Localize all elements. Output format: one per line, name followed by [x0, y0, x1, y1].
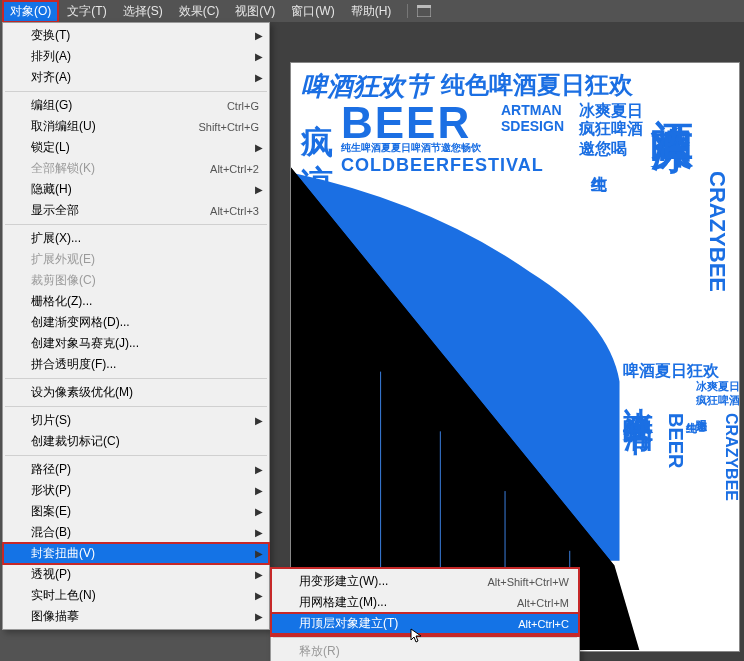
menu-item-label: 全部解锁(K) — [31, 160, 210, 177]
menu-item-label: 切片(S) — [31, 412, 259, 429]
object-menu-item-7: 全部解锁(K)Alt+Ctrl+2 — [3, 158, 269, 179]
object-menu-item-13: 裁剪图像(C) — [3, 270, 269, 291]
object-menu-item-21[interactable]: 切片(S)▶ — [3, 410, 269, 431]
menu-item-label: 透视(P) — [31, 566, 259, 583]
submenu-arrow-icon: ▶ — [255, 464, 263, 475]
object-menu-item-15[interactable]: 创建渐变网格(D)... — [3, 312, 269, 333]
object-menu-item-9[interactable]: 显示全部Alt+Ctrl+3 — [3, 200, 269, 221]
menu-item-label: 路径(P) — [31, 461, 259, 478]
menu-item-label: 形状(P) — [31, 482, 259, 499]
object-menu-item-31[interactable]: 图像描摹▶ — [3, 606, 269, 627]
object-menu-item-0[interactable]: 变换(T)▶ — [3, 25, 269, 46]
menubar-separator — [407, 4, 408, 18]
object-menu-item-6[interactable]: 锁定(L)▶ — [3, 137, 269, 158]
menu-separator — [5, 378, 267, 379]
menu-item-label: 混合(B) — [31, 524, 259, 541]
menu-item-label: 扩展(X)... — [31, 230, 259, 247]
object-menu-item-24[interactable]: 路径(P)▶ — [3, 459, 269, 480]
submenu-arrow-icon: ▶ — [255, 548, 263, 559]
menu-item-label: 裁剪图像(C) — [31, 272, 259, 289]
menu-item-label: 用网格建立(M)... — [299, 594, 517, 611]
submenu-arrow-icon: ▶ — [255, 485, 263, 496]
menu-help[interactable]: 帮助(H) — [343, 0, 400, 23]
submenu-arrow-icon: ▶ — [255, 590, 263, 601]
menu-separator — [5, 406, 267, 407]
object-menu-item-16[interactable]: 创建对象马赛克(J)... — [3, 333, 269, 354]
submenu-arrow-icon: ▶ — [255, 184, 263, 195]
menu-item-label: 栅格化(Z)... — [31, 293, 259, 310]
menu-item-label: 设为像素级优化(M) — [31, 384, 259, 401]
submenu-arrow-icon: ▶ — [255, 415, 263, 426]
submenu-arrow-icon: ▶ — [255, 51, 263, 62]
menu-item-label: 用顶层对象建立(T) — [299, 615, 518, 632]
menu-item-label: 图像描摹 — [31, 608, 259, 625]
mouse-cursor — [410, 628, 426, 644]
object-menu-item-29[interactable]: 透视(P)▶ — [3, 564, 269, 585]
submenu-arrow-icon: ▶ — [255, 506, 263, 517]
object-menu-item-17[interactable]: 拼合透明度(F)... — [3, 354, 269, 375]
object-menu-item-26[interactable]: 图案(E)▶ — [3, 501, 269, 522]
object-menu-item-5[interactable]: 取消编组(U)Shift+Ctrl+G — [3, 116, 269, 137]
menu-type[interactable]: 文字(T) — [59, 0, 114, 23]
object-menu-item-12: 扩展外观(E) — [3, 249, 269, 270]
menu-view[interactable]: 视图(V) — [227, 0, 283, 23]
menu-item-shortcut: Ctrl+G — [227, 100, 259, 112]
svg-rect-5 — [417, 5, 431, 8]
guides — [291, 63, 739, 650]
menu-item-label: 排列(A) — [31, 48, 259, 65]
menu-item-label: 图案(E) — [31, 503, 259, 520]
menu-item-label: 取消编组(U) — [31, 118, 198, 135]
object-menu: 变换(T)▶排列(A)▶对齐(A)▶编组(G)Ctrl+G取消编组(U)Shif… — [2, 22, 270, 630]
menu-item-shortcut: Alt+Shift+Ctrl+W — [487, 576, 569, 588]
menu-item-label: 创建渐变网格(D)... — [31, 314, 259, 331]
object-menu-item-19[interactable]: 设为像素级优化(M) — [3, 382, 269, 403]
menu-separator — [5, 91, 267, 92]
menu-item-label: 创建对象马赛克(J)... — [31, 335, 259, 352]
artboard: 啤酒狂欢节 纯色啤酒夏日狂欢 疯 凉 BEER ARTMAN SDESIGN 冰… — [290, 62, 740, 652]
menu-item-label: 扩展外观(E) — [31, 251, 259, 268]
menu-separator — [5, 455, 267, 456]
object-menu-item-2[interactable]: 对齐(A)▶ — [3, 67, 269, 88]
menu-object[interactable]: 对象(O) — [2, 0, 59, 23]
canvas-area: 啤酒狂欢节 纯色啤酒夏日狂欢 疯 凉 BEER ARTMAN SDESIGN 冰… — [270, 22, 744, 661]
object-menu-item-22[interactable]: 创建裁切标记(C) — [3, 431, 269, 452]
submenu-arrow-icon: ▶ — [255, 611, 263, 622]
submenu-arrow-icon: ▶ — [255, 527, 263, 538]
menu-item-label: 释放(R) — [299, 643, 569, 660]
object-menu-item-30[interactable]: 实时上色(N)▶ — [3, 585, 269, 606]
object-menu-item-28[interactable]: 封套扭曲(V)▶ — [3, 543, 269, 564]
object-menu-item-25[interactable]: 形状(P)▶ — [3, 480, 269, 501]
menu-window[interactable]: 窗口(W) — [283, 0, 342, 23]
menu-item-label: 编组(G) — [31, 97, 227, 114]
menu-item-shortcut: Alt+Ctrl+M — [517, 597, 569, 609]
envelope-submenu-item-4: 释放(R) — [271, 641, 579, 661]
menu-item-label: 创建裁切标记(C) — [31, 433, 259, 450]
menu-item-label: 用变形建立(W)... — [299, 573, 487, 590]
object-menu-item-8[interactable]: 隐藏(H)▶ — [3, 179, 269, 200]
menu-separator — [5, 224, 267, 225]
object-menu-item-11[interactable]: 扩展(X)... — [3, 228, 269, 249]
menu-item-label: 对齐(A) — [31, 69, 259, 86]
menu-item-label: 实时上色(N) — [31, 587, 259, 604]
object-menu-item-4[interactable]: 编组(G)Ctrl+G — [3, 95, 269, 116]
menubar: 对象(O) 文字(T) 选择(S) 效果(C) 视图(V) 窗口(W) 帮助(H… — [0, 0, 744, 22]
workspace-icon[interactable] — [416, 3, 432, 19]
menu-item-label: 显示全部 — [31, 202, 210, 219]
menu-item-shortcut: Alt+Ctrl+3 — [210, 205, 259, 217]
menu-item-label: 拼合透明度(F)... — [31, 356, 259, 373]
menu-item-label: 封套扭曲(V) — [31, 545, 259, 562]
object-menu-item-14[interactable]: 栅格化(Z)... — [3, 291, 269, 312]
menu-effect[interactable]: 效果(C) — [171, 0, 228, 23]
menu-item-label: 锁定(L) — [31, 139, 259, 156]
menu-item-label: 隐藏(H) — [31, 181, 259, 198]
menu-item-shortcut: Alt+Ctrl+C — [518, 618, 569, 630]
menu-item-shortcut: Shift+Ctrl+G — [198, 121, 259, 133]
object-menu-item-1[interactable]: 排列(A)▶ — [3, 46, 269, 67]
envelope-submenu: 用变形建立(W)...Alt+Shift+Ctrl+W用网格建立(M)...Al… — [270, 568, 580, 661]
envelope-submenu-item-0[interactable]: 用变形建立(W)...Alt+Shift+Ctrl+W — [271, 571, 579, 592]
object-menu-item-27[interactable]: 混合(B)▶ — [3, 522, 269, 543]
submenu-arrow-icon: ▶ — [255, 142, 263, 153]
menu-item-label: 变换(T) — [31, 27, 259, 44]
menu-select[interactable]: 选择(S) — [115, 0, 171, 23]
envelope-submenu-item-1[interactable]: 用网格建立(M)...Alt+Ctrl+M — [271, 592, 579, 613]
